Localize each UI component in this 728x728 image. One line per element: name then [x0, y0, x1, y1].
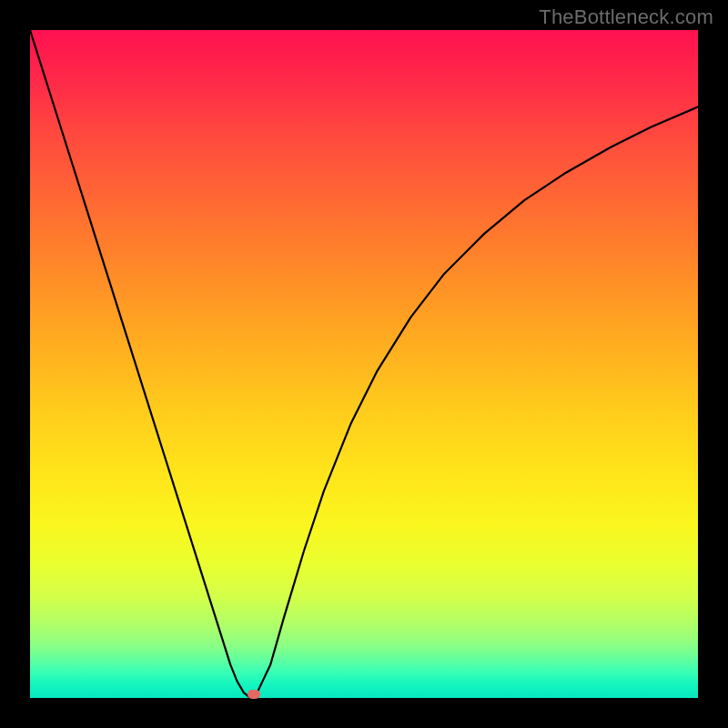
plot-area — [30, 30, 698, 698]
min-marker — [248, 690, 260, 699]
watermark: TheBottleneck.com — [539, 5, 713, 29]
chart-frame: TheBottleneck.com — [0, 0, 728, 728]
curve-svg — [30, 30, 698, 698]
bottleneck-curve — [30, 30, 698, 698]
